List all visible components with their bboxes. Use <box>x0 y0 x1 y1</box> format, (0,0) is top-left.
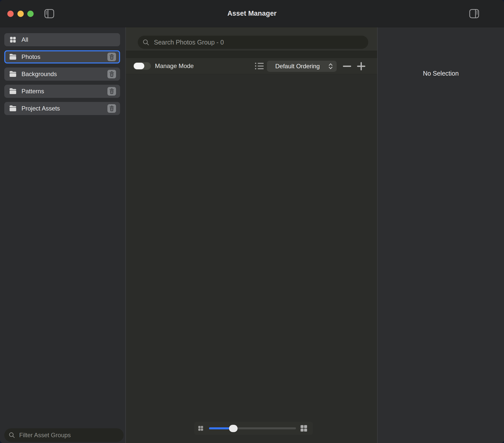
sidebar: All Photos Backgrounds Patterns Project … <box>0 27 125 443</box>
window-title: Asset Manager <box>0 0 504 27</box>
toggle-knob <box>134 63 144 69</box>
search-photos-input[interactable] <box>153 38 364 46</box>
grid-large-icon <box>300 425 308 432</box>
sidebar-item-photos[interactable]: Photos <box>4 50 120 63</box>
delete-group-button[interactable] <box>107 70 116 78</box>
content-area: Manage Mode Default Ordering <box>126 27 377 443</box>
folder-icon <box>9 54 17 60</box>
trash-icon <box>109 88 114 94</box>
trash-icon <box>109 106 114 111</box>
sidebar-item-label: Project Assets <box>21 105 60 112</box>
asset-grid-empty <box>126 74 377 443</box>
sidebar-item-project-assets[interactable]: Project Assets <box>4 102 120 115</box>
folder-icon <box>9 71 17 77</box>
search-zone <box>126 27 377 50</box>
filter-groups-field <box>4 428 124 442</box>
titlebar: Asset Manager <box>0 0 504 27</box>
sidebar-item-all[interactable]: All <box>4 33 120 46</box>
no-selection-text: No Selection <box>378 70 504 77</box>
manage-mode-label: Manage Mode <box>155 58 194 74</box>
search-field <box>138 36 368 49</box>
sidebar-item-label: Patterns <box>21 88 44 95</box>
thumbnail-size-slider-knob[interactable] <box>229 425 238 432</box>
filter-groups-input[interactable] <box>19 431 120 439</box>
search-icon <box>143 39 149 46</box>
list-view-icon[interactable] <box>254 61 264 71</box>
grid-small-icon <box>198 426 203 431</box>
sidebar-item-label: All <box>21 36 28 43</box>
delete-group-button[interactable] <box>107 87 116 96</box>
manage-mode-toggle[interactable] <box>133 62 151 70</box>
delete-group-button[interactable] <box>107 53 116 61</box>
grid-icon <box>9 36 17 43</box>
ordering-dropdown[interactable]: Default Ordering <box>267 61 337 72</box>
sidebar-item-label: Backgrounds <box>21 71 57 78</box>
toggle-right-sidebar-icon[interactable] <box>469 9 479 19</box>
sidebar-item-backgrounds[interactable]: Backgrounds <box>4 68 120 81</box>
chevron-up-down-icon <box>328 63 333 70</box>
sidebar-item-patterns[interactable]: Patterns <box>4 85 120 98</box>
toolbar-gap-band <box>126 50 377 58</box>
folder-icon <box>9 105 17 112</box>
sidebar-group-list: All Photos Backgrounds Patterns Project … <box>4 33 120 115</box>
zoom-in-button[interactable] <box>356 61 366 72</box>
inspector-panel: No Selection <box>378 27 504 443</box>
grid-toolbar: Manage Mode Default Ordering <box>126 58 377 74</box>
search-icon <box>9 432 15 438</box>
ordering-value: Default Ordering <box>267 63 328 70</box>
thumbnail-size-bar <box>194 422 313 435</box>
sidebar-item-label: Photos <box>21 53 40 60</box>
asset-manager-window: Asset Manager All Photos Backgrounds Pat… <box>0 0 504 443</box>
trash-icon <box>109 54 114 60</box>
thumbnail-size-slider[interactable] <box>209 427 296 429</box>
delete-group-button[interactable] <box>107 104 116 113</box>
trash-icon <box>109 71 114 77</box>
folder-icon <box>9 88 17 95</box>
zoom-out-button[interactable] <box>342 61 352 72</box>
